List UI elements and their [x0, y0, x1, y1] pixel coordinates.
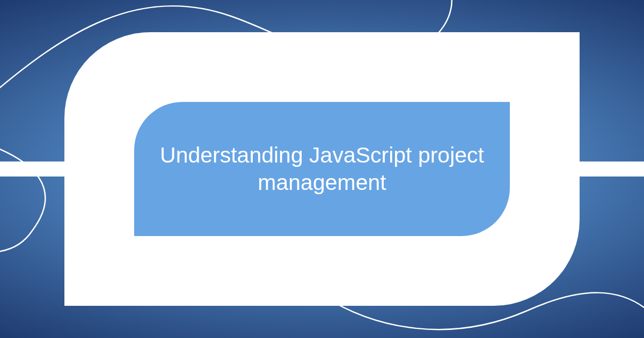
inner-leaf-shape: Understanding JavaScript project managem…: [134, 102, 510, 236]
banner-stage: Understanding JavaScript project managem…: [0, 0, 644, 338]
banner-title: Understanding JavaScript project managem…: [156, 142, 488, 197]
